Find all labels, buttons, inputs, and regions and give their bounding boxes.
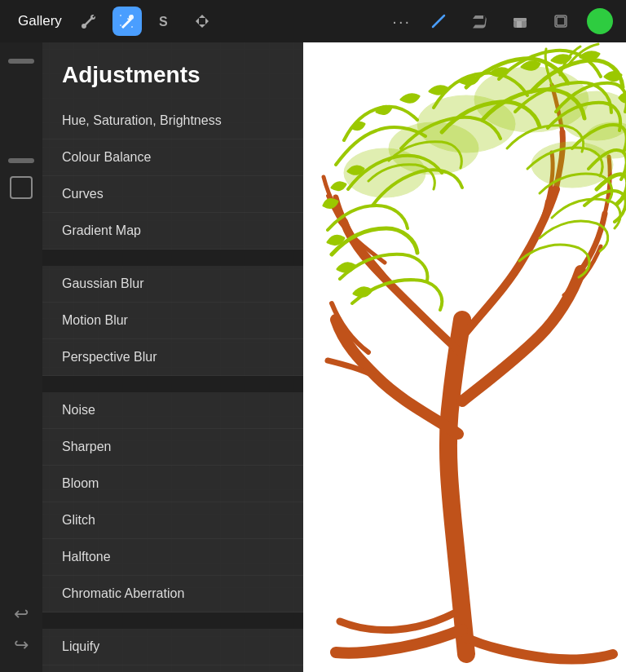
gaussian-blur-item[interactable]: Gaussian Blur xyxy=(42,266,303,303)
group-divider-3 xyxy=(42,612,303,629)
canvas-toggle[interactable] xyxy=(10,176,33,199)
svg-rect-5 xyxy=(514,18,527,21)
transform-icon[interactable] xyxy=(187,7,217,36)
svg-text:S: S xyxy=(159,15,168,29)
panel-title: Adjustments xyxy=(42,42,303,103)
halftone-item[interactable]: Halftone xyxy=(42,539,303,576)
toolbar: Gallery S ··· xyxy=(0,0,626,42)
wrench-icon[interactable] xyxy=(75,7,104,36)
clone-item[interactable]: Clone xyxy=(42,665,303,672)
svg-point-0 xyxy=(129,15,134,20)
curves-item[interactable]: Curves xyxy=(42,176,303,213)
canvas-area[interactable] xyxy=(303,42,626,672)
motion-blur-item[interactable]: Motion Blur xyxy=(42,303,303,339)
opacity-slider[interactable] xyxy=(8,158,34,163)
glitch-item[interactable]: Glitch xyxy=(42,502,303,539)
chromatic-aberration-item[interactable]: Chromatic Aberration xyxy=(42,576,303,612)
svg-point-13 xyxy=(389,122,478,175)
adjustment-group-3: Noise Sharpen Bloom Glitch Halftone Chro… xyxy=(42,392,303,612)
color-picker[interactable] xyxy=(587,8,613,34)
liquify-item[interactable]: Liquify xyxy=(42,629,303,665)
adjustment-group-4: Liquify Clone xyxy=(42,629,303,672)
noise-item[interactable]: Noise xyxy=(42,392,303,429)
bloom-item[interactable]: Bloom xyxy=(42,466,303,502)
svg-line-2 xyxy=(433,15,444,27)
toolbar-right xyxy=(424,7,613,36)
hue-saturation-brightness-item[interactable]: Hue, Saturation, Brightness xyxy=(42,103,303,139)
svg-rect-7 xyxy=(557,17,565,25)
canvas-content xyxy=(303,42,626,672)
brush-size-slider[interactable] xyxy=(8,59,34,64)
pen-tool-icon[interactable] xyxy=(424,7,453,36)
eraser-icon[interactable] xyxy=(505,7,535,36)
layers-icon[interactable] xyxy=(546,7,575,36)
left-sidebar: ↩ ↪ xyxy=(0,42,42,672)
smudge-icon[interactable] xyxy=(465,7,494,36)
more-options-button[interactable]: ··· xyxy=(386,9,417,34)
undo-button[interactable]: ↩ xyxy=(14,603,29,625)
adjustment-group-2: Gaussian Blur Motion Blur Perspective Bl… xyxy=(42,266,303,376)
perspective-blur-item[interactable]: Perspective Blur xyxy=(42,339,303,376)
magic-wand-icon[interactable] xyxy=(112,7,142,36)
toolbar-left: Gallery S xyxy=(13,7,379,36)
sharpen-item[interactable]: Sharpen xyxy=(42,429,303,466)
colour-balance-item[interactable]: Colour Balance xyxy=(42,139,303,176)
gradient-map-item[interactable]: Gradient Map xyxy=(42,213,303,250)
adjustments-panel: Adjustments Hue, Saturation, Brightness … xyxy=(42,42,303,672)
gallery-button[interactable]: Gallery xyxy=(13,10,67,33)
adjustment-group-1: Hue, Saturation, Brightness Colour Balan… xyxy=(42,103,303,250)
group-divider-2 xyxy=(42,376,303,392)
svg-rect-4 xyxy=(517,20,522,28)
redo-button[interactable]: ↪ xyxy=(14,634,29,656)
group-divider-1 xyxy=(42,250,303,266)
selection-icon[interactable]: S xyxy=(150,7,179,36)
